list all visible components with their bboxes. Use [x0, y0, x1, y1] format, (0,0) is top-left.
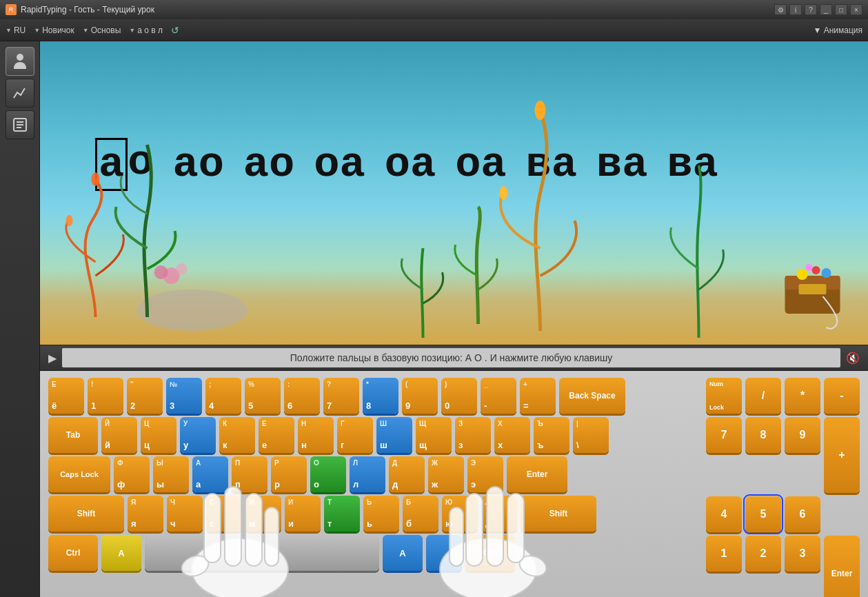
- key-num-mul[interactable]: *: [785, 378, 820, 414]
- key-yu[interactable]: Юю: [442, 496, 478, 532]
- key-num-div[interactable]: /: [745, 378, 781, 414]
- play-button[interactable]: ▶: [48, 352, 57, 365]
- svg-point-0: [17, 54, 23, 61]
- help-icon[interactable]: ?: [805, 4, 817, 15]
- settings-icon[interactable]: ⚙: [774, 4, 787, 15]
- key-9[interactable]: (9: [402, 378, 438, 414]
- key-num-3[interactable]: 3: [785, 536, 820, 571]
- key-numlock[interactable]: Num Lock: [706, 378, 742, 414]
- key-h[interactable]: Хх: [494, 417, 530, 453]
- key-i[interactable]: Ии: [285, 496, 321, 532]
- key-num-5[interactable]: 5: [745, 496, 781, 532]
- key-5[interactable]: %5: [245, 378, 281, 414]
- key-f[interactable]: Фф: [114, 456, 150, 492]
- key-num-minus[interactable]: -: [824, 378, 860, 414]
- key-a[interactable]: Аа: [192, 456, 228, 492]
- key-e[interactable]: Ээ: [467, 456, 503, 492]
- sound-icon[interactable]: 🔇: [846, 352, 860, 365]
- key-soft[interactable]: Ьь: [363, 496, 399, 532]
- toolbar-level[interactable]: ▼ Новичок: [34, 26, 74, 35]
- sidebar-item-person[interactable]: [6, 47, 34, 76]
- svg-rect-14: [785, 276, 840, 290]
- numpad-section: Num Lock / * - 7 8 9 + 4 5 6: [706, 378, 860, 597]
- key-o[interactable]: Оо: [310, 456, 346, 492]
- toolbar-course[interactable]: ▼ Основы: [83, 26, 121, 35]
- key-n[interactable]: Нн: [298, 417, 334, 453]
- key-y[interactable]: Ыы: [153, 456, 189, 492]
- key-j[interactable]: Йй: [101, 417, 137, 453]
- key-hrd[interactable]: Ъъ: [534, 417, 569, 453]
- content: а о ао ао оа оа оа ва ва ва: [40, 41, 868, 597]
- key-ch[interactable]: Чч: [167, 496, 203, 532]
- key-z[interactable]: Зз: [455, 417, 491, 453]
- key-minus[interactable]: _-: [481, 378, 516, 414]
- svg-point-16: [797, 269, 808, 280]
- svg-point-11: [535, 101, 546, 120]
- key-ctrl-right[interactable]: Ctrl: [465, 535, 515, 571]
- key-6[interactable]: :6: [284, 378, 320, 414]
- key-7[interactable]: ?7: [323, 378, 359, 414]
- key-backslash[interactable]: |\: [573, 417, 609, 453]
- key-enter[interactable]: Enter: [507, 456, 567, 492]
- close-button[interactable]: ×: [850, 4, 862, 15]
- minimize-button[interactable]: _: [820, 4, 832, 15]
- key-g[interactable]: Гг: [337, 417, 373, 453]
- key-backspace[interactable]: Back Space: [559, 378, 625, 414]
- key-ye[interactable]: Ее: [259, 417, 294, 453]
- keyboard-area: Её !1 "2 №3 ;4 %5 :6: [40, 371, 868, 597]
- key-b[interactable]: Бб: [403, 496, 438, 532]
- sidebar-item-lessons[interactable]: [6, 110, 34, 139]
- key-8[interactable]: *8: [363, 378, 398, 414]
- refresh-icon[interactable]: ↺: [171, 25, 179, 36]
- key-1[interactable]: !1: [88, 378, 123, 414]
- key-zh[interactable]: Жж: [428, 456, 464, 492]
- key-l[interactable]: Лл: [350, 456, 385, 492]
- key-num-9[interactable]: 9: [785, 417, 820, 453]
- key-num-7[interactable]: 7: [706, 417, 742, 453]
- key-m[interactable]: Мм: [245, 496, 281, 532]
- svg-point-19: [806, 264, 813, 271]
- key-0[interactable]: )0: [441, 378, 477, 414]
- key-num-plus[interactable]: +: [824, 417, 860, 493]
- key-dot[interactable]: .,: [481, 496, 517, 532]
- key-k[interactable]: Кк: [219, 417, 255, 453]
- toolbar-lang[interactable]: ▼ RU: [6, 26, 26, 35]
- key-3[interactable]: №3: [166, 378, 202, 414]
- key-num-enter[interactable]: Enter: [824, 536, 860, 597]
- key-num-8[interactable]: 8: [745, 417, 781, 453]
- key-shift-right[interactable]: Shift: [521, 496, 596, 532]
- key-ya[interactable]: Яя: [128, 496, 163, 532]
- sidebar-item-stats[interactable]: [6, 79, 34, 108]
- key-capslock[interactable]: Caps Lock: [48, 456, 110, 492]
- key-equal[interactable]: +=: [520, 378, 556, 414]
- key-2[interactable]: "2: [127, 378, 163, 414]
- key-win-left[interactable]: А: [101, 535, 141, 571]
- key-num-1[interactable]: 1: [706, 536, 742, 571]
- key-d[interactable]: Дд: [389, 456, 425, 492]
- key-ctrl-left[interactable]: Ctrl: [48, 535, 98, 571]
- key-p[interactable]: Пп: [232, 456, 268, 492]
- key-ts[interactable]: Цц: [141, 417, 176, 453]
- key-shch[interactable]: Щщ: [416, 417, 452, 453]
- char-a: а: [95, 138, 128, 191]
- key-num-4[interactable]: 4: [706, 496, 742, 532]
- key-t[interactable]: Тт: [324, 496, 360, 532]
- key-space[interactable]: [145, 535, 379, 571]
- key-r[interactable]: Рр: [271, 456, 307, 492]
- key-4[interactable]: ;4: [205, 378, 241, 414]
- key-tab[interactable]: Tab: [48, 417, 98, 453]
- key-sh[interactable]: Шш: [376, 417, 412, 453]
- maximize-button[interactable]: □: [835, 4, 847, 15]
- key-u[interactable]: Уу: [180, 417, 216, 453]
- key-s[interactable]: Сс: [206, 496, 242, 532]
- key-shift-left[interactable]: Shift: [48, 496, 124, 532]
- toolbar-lesson[interactable]: ▼ а о в л: [129, 26, 163, 35]
- typing-display: а о ао ао оа оа оа ва ва ва: [40, 138, 868, 191]
- toolbar-animation[interactable]: ▼ Анимация: [813, 26, 862, 35]
- key-num-6[interactable]: 6: [785, 496, 820, 532]
- key-yo[interactable]: Её: [48, 378, 84, 414]
- info-icon[interactable]: i: [789, 4, 802, 15]
- key-alt-right[interactable]: A: [383, 535, 423, 571]
- key-num-2[interactable]: 2: [745, 536, 781, 571]
- key-win-right[interactable]: [426, 535, 462, 571]
